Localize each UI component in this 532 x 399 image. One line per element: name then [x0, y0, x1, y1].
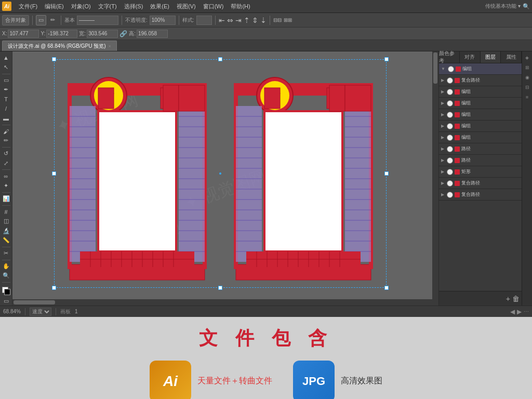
- group-btn[interactable]: 合并对象: [2, 15, 29, 25]
- status-navigate-right[interactable]: ▶: [517, 308, 522, 315]
- pen-tool-btn[interactable]: ✏: [47, 15, 58, 25]
- layer-expand-0[interactable]: ▼: [441, 66, 445, 71]
- paintbrush-tool[interactable]: 🖌: [1, 127, 11, 135]
- layer-item-8[interactable]: ▶ 路径: [439, 155, 522, 166]
- layer-eye-10[interactable]: [447, 180, 453, 187]
- handle-bl[interactable]: [52, 286, 56, 290]
- dist-h-btn[interactable]: ⊟⊟: [273, 17, 282, 23]
- canvas-area[interactable]: ✦ 视觉图网 ✦ 视觉图网 ✦ 视觉图网: [12, 51, 438, 305]
- zoom-tool[interactable]: 🔍: [1, 272, 11, 280]
- y-input[interactable]: [46, 30, 77, 38]
- change-screen-mode[interactable]: ▭: [1, 297, 11, 305]
- layer-item-5[interactable]: ▶ 编组: [439, 121, 522, 132]
- mini-tool-3[interactable]: ◉: [523, 73, 531, 82]
- layer-eye-2[interactable]: [447, 89, 453, 95]
- layer-eye-7[interactable]: [447, 146, 453, 152]
- handle-tr[interactable]: [384, 57, 389, 61]
- dist-v-btn[interactable]: ⊞⊞: [284, 17, 292, 23]
- mini-tool-2[interactable]: ⊞: [523, 63, 531, 72]
- h-scroll-thumb[interactable]: [14, 300, 55, 304]
- panel-tab-align[interactable]: 对齐: [460, 51, 481, 63]
- handle-tc[interactable]: [218, 57, 222, 61]
- layer-expand-8[interactable]: ▶: [441, 158, 444, 163]
- mesh-tool[interactable]: #: [1, 208, 11, 216]
- artboard-tool[interactable]: ▭: [1, 76, 11, 84]
- slice-tool[interactable]: ✂: [1, 249, 11, 257]
- menu-help[interactable]: 帮助(H): [228, 3, 253, 10]
- menu-window[interactable]: 窗口(W): [200, 3, 227, 10]
- panel-delete-layer-btn[interactable]: 🗑: [512, 295, 520, 303]
- layer-eye-6[interactable]: [447, 135, 453, 141]
- panel-tab-layers[interactable]: 图层: [481, 51, 501, 63]
- mini-tool-1[interactable]: ◈: [523, 54, 531, 62]
- menu-select[interactable]: 选择(S): [121, 3, 147, 10]
- stroke-input[interactable]: [77, 16, 118, 25]
- handle-tl[interactable]: [52, 57, 56, 61]
- layer-expand-1[interactable]: ▶: [441, 78, 444, 83]
- menu-object[interactable]: 对象(O): [68, 3, 94, 10]
- v-scroll-thumb[interactable]: [433, 52, 437, 84]
- v-scrollbar[interactable]: [432, 51, 438, 299]
- layer-item-3[interactable]: ▶ 编组: [439, 98, 522, 109]
- column-graph-tool[interactable]: 📊: [1, 195, 11, 203]
- blend-tool[interactable]: ∞: [1, 172, 11, 180]
- tab-close-btn[interactable]: ×: [109, 44, 111, 49]
- status-more[interactable]: ⋯: [524, 309, 529, 314]
- handle-br[interactable]: [384, 286, 389, 290]
- rotate-tool[interactable]: ↺: [1, 150, 11, 158]
- menu-view[interactable]: 视图(V): [174, 3, 199, 10]
- rect-tool-btn[interactable]: ▭: [36, 15, 46, 25]
- style-input[interactable]: [196, 16, 212, 25]
- layer-eye-5[interactable]: [447, 123, 453, 129]
- symbol-tool[interactable]: ✦: [1, 181, 11, 190]
- align-right-btn[interactable]: ⇥: [235, 16, 242, 24]
- measure-tool[interactable]: 📏: [1, 236, 11, 244]
- layer-expand-11[interactable]: ▶: [441, 192, 444, 197]
- menu-effect[interactable]: 效果(E): [147, 3, 172, 10]
- pen-tool[interactable]: ✒: [1, 86, 11, 94]
- menu-search-icon[interactable]: 🔍: [523, 3, 530, 10]
- pencil-tool[interactable]: ✏: [1, 137, 11, 145]
- w-input[interactable]: [87, 30, 118, 38]
- layer-eye-0[interactable]: [448, 66, 454, 72]
- layer-eye-11[interactable]: [447, 192, 453, 198]
- mini-tool-4[interactable]: ⊟: [523, 83, 531, 91]
- layer-expand-2[interactable]: ▶: [441, 89, 444, 94]
- layer-item-10[interactable]: ▶ 复合路径: [439, 178, 522, 189]
- x-input[interactable]: [8, 30, 39, 38]
- layer-item-6[interactable]: ▶ 编组: [439, 132, 522, 143]
- panel-tab-color[interactable]: 颜色参考: [439, 51, 460, 63]
- layer-eye-9[interactable]: [447, 169, 453, 175]
- line-tool[interactable]: /: [1, 104, 11, 113]
- layer-eye-8[interactable]: [447, 157, 453, 164]
- layer-item-0[interactable]: ▼ 编组: [439, 63, 522, 75]
- layer-eye-4[interactable]: [447, 112, 453, 118]
- align-top-btn[interactable]: ⇡: [244, 16, 250, 24]
- layer-item-4[interactable]: ▶ 编组: [439, 109, 522, 121]
- handle-bc[interactable]: [218, 286, 222, 290]
- align-left-btn[interactable]: ⇤: [219, 16, 225, 24]
- select-tool[interactable]: ▲: [1, 54, 11, 62]
- align-bottom-btn[interactable]: ⇣: [260, 16, 267, 24]
- panel-tab-props[interactable]: 属性: [501, 51, 522, 63]
- type-tool[interactable]: T: [1, 95, 11, 103]
- scale-tool[interactable]: ⤢: [1, 159, 11, 167]
- status-navigate-left[interactable]: ◀: [510, 308, 515, 315]
- hand-tool[interactable]: ✋: [1, 262, 11, 271]
- layer-item-9[interactable]: ▶ 矩形: [439, 166, 522, 178]
- stroke-swatch[interactable]: [4, 289, 10, 295]
- layer-expand-4[interactable]: ▶: [441, 112, 444, 117]
- layer-item-7[interactable]: ▶ 路径: [439, 143, 522, 155]
- gradient-tool[interactable]: ◫: [1, 217, 11, 225]
- status-info-select[interactable]: 速度: [30, 308, 51, 316]
- layer-item-2[interactable]: ▶ 编组: [439, 86, 522, 98]
- lock-proportions-icon[interactable]: 🔗: [119, 30, 127, 37]
- shape-tool[interactable]: ▬: [1, 114, 11, 122]
- layer-expand-10[interactable]: ▶: [441, 181, 444, 185]
- layer-item-11[interactable]: ▶ 复合路径: [439, 189, 522, 201]
- direct-select-tool[interactable]: ↖: [1, 63, 11, 71]
- handle-ml[interactable]: [52, 171, 56, 176]
- mini-tool-5[interactable]: ≡: [523, 93, 531, 101]
- opacity-input[interactable]: [150, 16, 176, 25]
- layer-expand-9[interactable]: ▶: [441, 169, 444, 174]
